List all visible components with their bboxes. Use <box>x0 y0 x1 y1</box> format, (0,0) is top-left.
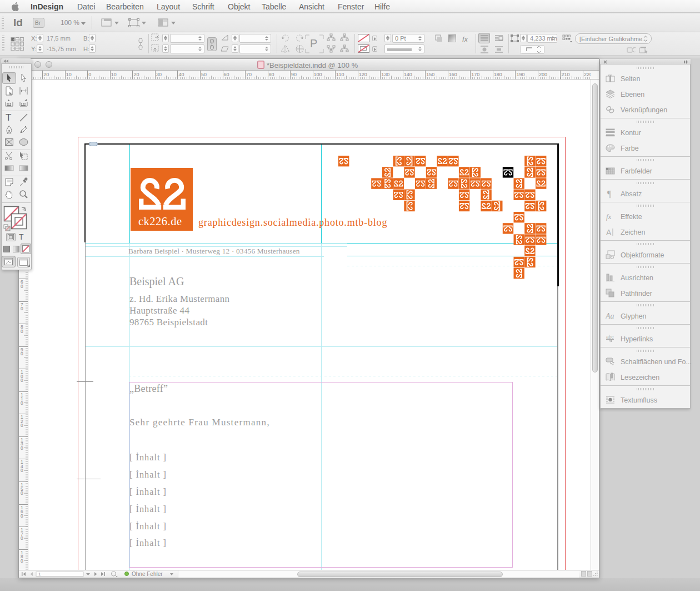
svg-text:A: A <box>606 228 612 237</box>
svg-text:¶: ¶ <box>607 189 612 198</box>
svg-text:fx: fx <box>606 212 612 221</box>
svg-text:Aa: Aa <box>606 312 614 320</box>
svg-text:abc: abc <box>606 334 614 340</box>
svg-text:1: 1 <box>38 572 41 577</box>
